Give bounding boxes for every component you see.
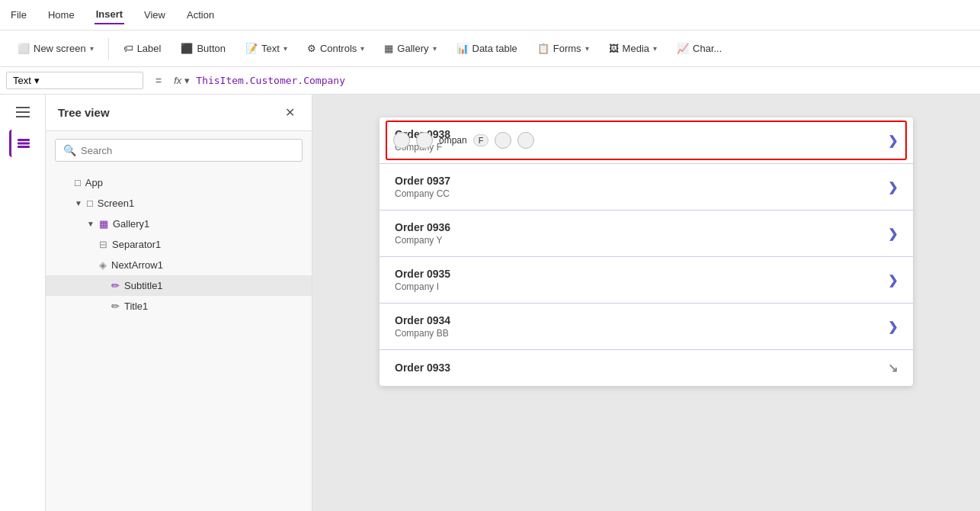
tree-item-subtitle1[interactable]: ✏ Subtitle1 [46,275,312,296]
app-preview: Order 0938 Company F ❯ ompan F [380,117,913,386]
gallery-chevron: ▾ [433,44,437,53]
search-input[interactable] [81,145,294,156]
tree-items: □ App ▼ □ Screen1 ▼ ▦ Gallery1 ⊟ Se [46,169,312,511]
canvas-area: Order 0938 Company F ❯ ompan F [312,95,980,511]
tree-item-app-label: App [85,177,103,188]
menu-bar: File Home Insert View Action [0,0,980,31]
item-1-title: Order 0938 [395,128,450,140]
text-icon: 📝 [245,43,258,54]
item-4-subtitle: Company I [395,281,450,292]
gallery-icon: ▦ [384,43,393,54]
controls-icon: ⚙ [307,43,316,54]
screen1-arrow: ▼ [75,199,82,207]
tree-item-separator1[interactable]: ⊟ Separator1 [46,234,312,255]
menu-insert[interactable]: Insert [94,5,124,24]
item-6-title: Order 0933 [395,362,450,374]
svg-rect-2 [18,146,30,148]
media-button[interactable]: 🖼 Media ▾ [600,38,665,59]
gallery-button[interactable]: ▦ Gallery ▾ [376,38,444,59]
sidebar-header: Tree view ✕ [46,95,312,131]
tree-item-gallery1-label: Gallery1 [113,218,149,230]
formula-dropdown-value: Text [13,75,31,86]
item-5-arrow: ❯ [888,320,898,334]
controls-chevron: ▾ [360,44,364,53]
menu-file[interactable]: File [9,6,28,24]
forms-button[interactable]: 📋 Forms ▾ [529,38,597,59]
controls-button[interactable]: ⚙ Controls ▾ [299,38,373,59]
tree-item-nextarrow1-label: NextArrow1 [111,259,163,271]
gallery-item-5[interactable]: Order 0934 Company BB ❯ [380,304,913,350]
hamburger-icon[interactable] [10,101,36,124]
tree-item-separator1-label: Separator1 [112,239,161,250]
tree-item-app[interactable]: □ App [46,172,312,193]
nextarrow1-icon: ◈ [99,259,107,271]
item-3-subtitle: Company Y [395,235,450,246]
media-chevron: ▾ [653,44,657,53]
gallery-item-3[interactable]: Order 0936 Company Y ❯ [380,211,913,257]
svg-rect-1 [18,143,30,145]
item-2-title: Order 0937 [395,175,450,187]
tree-item-title1-label: Title1 [124,300,148,312]
gallery-item-4[interactable]: Order 0935 Company I ❯ [380,257,913,304]
formula-input[interactable]: ThisItem.Customer.Company [196,75,974,86]
menu-view[interactable]: View [143,6,167,24]
charts-button[interactable]: 📈 Char... [668,38,730,59]
gallery1-arrow: ▼ [87,220,94,228]
forms-icon: 📋 [537,43,549,54]
text-button[interactable]: 📝 Text ▾ [237,38,296,59]
toolbar: ⬜ New screen ▾ 🏷 Label ⬛ Button 📝 Text ▾… [0,31,980,67]
sidebar-title: Tree view [58,106,110,119]
formula-equals: = [149,75,168,87]
tree-item-subtitle1-label: Subtitle1 [124,280,163,291]
label-button[interactable]: 🏷 Label [115,38,170,59]
subtitle1-icon: ✏ [111,280,120,291]
sidebar: Tree view ✕ 🔍 □ App ▼ □ Screen1 [46,95,312,511]
item-3-arrow: ❯ [888,227,898,241]
menu-home[interactable]: Home [46,6,76,24]
tree-item-title1[interactable]: ✏ Title1 [46,296,312,317]
main-layout: Tree view ✕ 🔍 □ App ▼ □ Screen1 [0,95,980,511]
item-4-arrow: ❯ [888,273,898,288]
formula-fx-button[interactable]: fx ▾ [174,75,190,86]
item-6-arrow: ↘ [888,361,898,375]
new-screen-button[interactable]: ⬜ New screen ▾ [9,38,102,59]
gallery-item-1[interactable]: Order 0938 Company F ❯ ompan F [380,117,913,164]
charts-icon: 📈 [677,43,689,54]
item-5-subtitle: Company BB [395,328,450,339]
tree-item-gallery1[interactable]: ▼ ▦ Gallery1 [46,214,312,234]
button-button[interactable]: ⬛ Button [172,38,234,59]
screen1-icon: □ [87,198,93,209]
svg-rect-0 [18,139,30,141]
formula-fx-chevron: ▾ [184,75,190,86]
left-panel [0,95,46,511]
separator1-icon: ⊟ [99,239,107,250]
media-icon: 🖼 [609,43,619,54]
sidebar-close-button[interactable]: ✕ [280,104,299,121]
item-4-title: Order 0935 [395,268,450,280]
toolbar-sep-1 [108,38,109,59]
title1-icon: ✏ [111,300,120,312]
item-1-subtitle: Company F [395,142,450,153]
item-2-arrow: ❯ [888,180,898,194]
item-5-title: Order 0934 [395,314,450,326]
new-screen-icon: ⬜ [18,43,30,54]
item-1-arrow: ❯ [888,133,898,148]
button-icon: ⬛ [181,43,193,54]
layers-icon[interactable] [9,130,37,157]
text-chevron: ▾ [283,44,287,53]
tree-item-screen1[interactable]: ▼ □ Screen1 [46,193,312,214]
formula-dropdown[interactable]: Text ▾ [6,72,143,89]
data-table-button[interactable]: 📊 Data table [448,38,526,59]
search-box[interactable]: 🔍 [55,139,303,162]
gallery-list: Order 0938 Company F ❯ ompan F [380,117,913,386]
menu-action[interactable]: Action [185,6,216,24]
data-table-icon: 📊 [456,43,469,54]
item-2-subtitle: Company CC [395,188,450,199]
formula-bar: Text ▾ = fx ▾ ThisItem.Customer.Company [0,67,980,95]
tree-item-nextarrow1[interactable]: ◈ NextArrow1 [46,255,312,275]
tree-item-screen1-label: Screen1 [98,198,134,209]
formula-dropdown-chevron: ▾ [34,75,40,86]
new-screen-chevron: ▾ [90,44,94,53]
gallery-item-2[interactable]: Order 0937 Company CC ❯ [380,164,913,211]
gallery-item-6[interactable]: Order 0933 ↘ [380,350,913,386]
